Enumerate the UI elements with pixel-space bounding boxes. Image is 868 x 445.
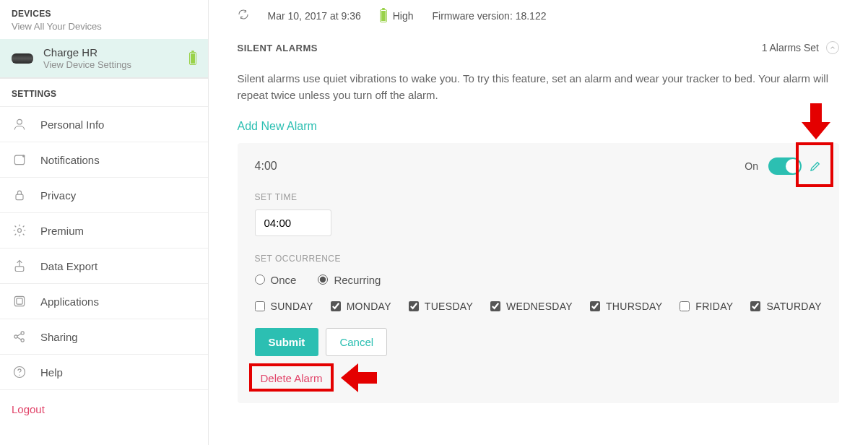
day-saturday[interactable]: SATURDAY (750, 301, 822, 312)
menu-label: Help (40, 366, 63, 379)
main-content: Mar 10, 2017 at 9:36 High Firmware versi… (209, 0, 868, 445)
add-alarm-link[interactable]: Add New Alarm (238, 120, 317, 133)
day-checkbox[interactable] (255, 301, 265, 311)
delete-alarm-link[interactable]: Delete Alarm (255, 369, 329, 387)
sidebar-item-privacy[interactable]: Privacy (0, 177, 208, 212)
submit-button[interactable]: Submit (255, 328, 319, 356)
day-checkbox[interactable] (331, 301, 341, 311)
alarm-time-display: 4:00 (255, 160, 277, 173)
occurrence-recurring[interactable]: Recurring (318, 274, 381, 286)
day-label: WEDNESDAY (506, 301, 573, 312)
svg-point-10 (21, 339, 24, 342)
menu-label: Notifications (40, 154, 100, 166)
chevron-up-icon[interactable] (826, 41, 839, 54)
svg-point-9 (21, 332, 24, 334)
day-label: MONDAY (347, 301, 391, 312)
menu-label: Sharing (40, 331, 78, 343)
day-checkbox[interactable] (680, 301, 690, 311)
occurrence-once[interactable]: Once (255, 274, 297, 286)
toggle-label: On (745, 160, 758, 172)
device-settings-link[interactable]: View Device Settings (43, 59, 189, 70)
device-image (12, 53, 33, 64)
battery-icon (380, 9, 387, 22)
section-description: Silent alarms use quiet vibrations to wa… (238, 70, 839, 104)
sync-time: Mar 10, 2017 at 9:36 (268, 10, 361, 22)
menu-label: Applications (40, 295, 99, 308)
menu-label: Premium (40, 225, 84, 237)
devices-title: DEVICES (12, 9, 196, 19)
day-monday[interactable]: MONDAY (331, 301, 391, 312)
svg-rect-7 (17, 298, 22, 304)
day-friday[interactable]: FRIDAY (680, 301, 733, 312)
section-title: SILENT ALARMS (238, 43, 318, 53)
alarms-count[interactable]: 1 Alarms Set (762, 41, 839, 54)
person-icon (12, 116, 27, 132)
day-checkbox[interactable] (409, 301, 419, 311)
svg-rect-3 (16, 194, 23, 200)
svg-point-12 (19, 375, 19, 376)
day-wednesday[interactable]: WEDNESDAY (490, 301, 573, 312)
sidebar-item-personal[interactable]: Personal Info (0, 106, 208, 142)
square-dot-icon (12, 152, 27, 168)
share-icon (12, 329, 27, 345)
edit-icon[interactable] (809, 160, 822, 173)
once-radio[interactable] (255, 275, 265, 285)
day-sunday[interactable]: SUNDAY (255, 301, 313, 312)
svg-point-0 (17, 119, 22, 124)
export-icon (12, 258, 27, 274)
menu-label: Data Export (40, 260, 97, 272)
firmware-label: Firmware version: 18.122 (433, 10, 547, 22)
sync-icon[interactable] (238, 9, 249, 22)
day-checkbox[interactable] (750, 301, 760, 311)
sidebar-item-help[interactable]: Help (0, 354, 208, 389)
devices-subtitle[interactable]: View All Your Devices (12, 21, 196, 32)
recurring-label: Recurring (334, 274, 381, 286)
menu-label: Privacy (40, 189, 76, 202)
status-bar: Mar 10, 2017 at 9:36 High Firmware versi… (238, 9, 839, 22)
day-thursday[interactable]: THURSDAY (590, 301, 662, 312)
sidebar-item-applications[interactable]: Applications (0, 283, 208, 319)
help-icon (12, 364, 27, 380)
device-name: Charge HR (43, 46, 189, 59)
svg-point-2 (22, 155, 25, 157)
days-row: SUNDAYMONDAYTUESDAYWEDNESDAYTHURSDAYFRID… (255, 301, 822, 312)
alarm-panel: 4:00 On SET TIME SET OCCURRENCE Once Rec… (238, 143, 839, 403)
gear-icon (12, 222, 27, 238)
battery-label: High (393, 10, 414, 22)
sidebar: DEVICES View All Your Devices Charge HR … (0, 0, 209, 445)
recurring-radio[interactable] (318, 275, 328, 285)
once-label: Once (271, 274, 297, 286)
set-time-label: SET TIME (255, 192, 822, 202)
sidebar-item-notifications[interactable]: Notifications (0, 142, 208, 177)
device-row[interactable]: Charge HR View Device Settings (0, 39, 208, 78)
sidebar-item-export[interactable]: Data Export (0, 248, 208, 283)
logout-link[interactable]: Logout (0, 389, 208, 428)
settings-title: SETTINGS (0, 79, 208, 106)
day-label: SUNDAY (271, 301, 313, 312)
alarm-toggle[interactable] (768, 157, 802, 175)
menu-label: Personal Info (40, 118, 104, 131)
svg-point-8 (14, 335, 17, 338)
day-checkbox[interactable] (590, 301, 600, 311)
day-label: SATURDAY (766, 301, 822, 312)
devices-header: DEVICES View All Your Devices (0, 0, 208, 39)
day-tuesday[interactable]: TUESDAY (409, 301, 473, 312)
svg-rect-5 (15, 267, 24, 272)
day-label: FRIDAY (695, 301, 733, 312)
cancel-button[interactable]: Cancel (326, 328, 387, 356)
day-label: TUESDAY (425, 301, 473, 312)
lock-icon (12, 187, 27, 203)
day-checkbox[interactable] (490, 301, 500, 311)
set-occurrence-label: SET OCCURRENCE (255, 254, 822, 264)
time-input[interactable] (255, 209, 331, 236)
sidebar-item-premium[interactable]: Premium (0, 212, 208, 248)
apps-icon (12, 293, 27, 309)
alarms-count-label: 1 Alarms Set (762, 42, 819, 53)
svg-point-4 (18, 229, 22, 233)
day-label: THURSDAY (606, 301, 662, 312)
battery-icon (189, 52, 196, 65)
sidebar-item-sharing[interactable]: Sharing (0, 319, 208, 354)
